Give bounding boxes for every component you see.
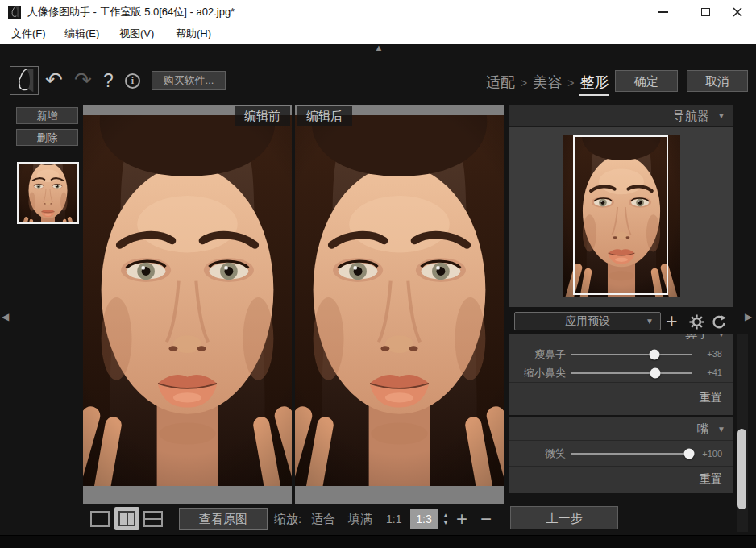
navigator-panel xyxy=(509,127,733,307)
collapse-toolbar-button[interactable]: ▲ xyxy=(367,43,391,52)
smile-slider-row: 微笑 +100 xyxy=(509,440,733,466)
zoom-fit-button[interactable]: 适合 xyxy=(311,510,335,528)
panel-scrollbar-thumb[interactable] xyxy=(737,429,746,509)
mouth-section-header[interactable]: 嘴 ▼ xyxy=(509,417,733,440)
zoom-in-button[interactable]: + xyxy=(456,505,467,533)
split-horizontal-icon xyxy=(145,518,161,520)
view-original-button[interactable]: 查看原图 xyxy=(179,508,268,530)
title-bar: 人像修图助手 - 工作室版 5.0[64位] - a02.jpg* xyxy=(0,0,756,24)
nose-collapse-icon: ▼ xyxy=(717,334,725,338)
breadcrumb: 适配 > 美容 > 整形 xyxy=(486,73,609,96)
app-window: 人像修图助手 - 工作室版 5.0[64位] - a02.jpg* 文件(F) … xyxy=(0,0,756,548)
panel-scrollbar[interactable] xyxy=(737,334,748,532)
navigator-view-rectangle[interactable] xyxy=(573,135,668,295)
breadcrumb-step-reshape-active[interactable]: 整形 xyxy=(579,73,609,96)
stepper-down-icon[interactable]: ▼ xyxy=(440,519,451,526)
breadcrumb-separator: > xyxy=(567,77,574,89)
info-button[interactable]: i xyxy=(125,73,140,89)
photo-list-thumbnail-selected[interactable] xyxy=(17,162,79,224)
window-title: 人像修图助手 - 工作室版 5.0[64位] - a02.jpg* xyxy=(27,0,235,24)
zoom-fill-button[interactable]: 填满 xyxy=(348,510,372,528)
menu-help[interactable]: 帮助(H) xyxy=(171,24,216,44)
preset-settings-button[interactable] xyxy=(687,313,705,330)
menu-view[interactable]: 视图(V) xyxy=(114,24,159,44)
before-image-pane[interactable]: 编辑前 xyxy=(83,105,292,504)
add-preset-button[interactable]: + xyxy=(666,309,678,332)
smile-slider[interactable] xyxy=(571,453,692,455)
zoom-ratio-current[interactable]: 1:3 xyxy=(410,509,438,529)
close-button[interactable] xyxy=(719,0,756,24)
nose-section-header[interactable]: 鼻子 ▼ xyxy=(509,334,733,345)
navigator-header[interactable]: 导航器 ▼ xyxy=(509,105,733,127)
breadcrumb-step-fit[interactable]: 适配 xyxy=(486,73,515,92)
split-vertical-icon xyxy=(118,511,135,526)
maximize-icon xyxy=(701,8,710,16)
previous-step-button[interactable]: 上一步 xyxy=(510,506,618,529)
slim-nose-value: +38 xyxy=(685,345,722,363)
mouth-section-title: 嘴 xyxy=(697,417,709,440)
gear-icon xyxy=(689,314,704,330)
shrink-nosetip-slider[interactable] xyxy=(571,372,692,374)
slim-nose-slider-row: 瘦鼻子 +38 xyxy=(509,345,733,363)
nose-section-title: 鼻子 xyxy=(685,334,709,342)
slim-nose-slider[interactable] xyxy=(571,354,692,355)
smile-label: 微笑 xyxy=(509,441,566,467)
slim-nose-slider-knob[interactable] xyxy=(649,350,659,360)
reset-presets-button[interactable] xyxy=(710,313,728,330)
confirm-button[interactable]: 确定 xyxy=(615,70,678,92)
cancel-button[interactable]: 取消 xyxy=(687,70,748,92)
collapse-left-panel-button[interactable]: ◀ xyxy=(2,311,9,322)
smile-value: +100 xyxy=(685,441,722,467)
mouth-collapse-icon: ▼ xyxy=(717,425,725,434)
buy-software-button[interactable]: 购买软件... xyxy=(152,71,226,90)
viewmode-single-button[interactable] xyxy=(90,511,110,527)
shrink-nosetip-slider-row: 缩小鼻尖 +41 xyxy=(509,363,733,382)
after-label: 编辑后 xyxy=(297,106,352,126)
collapse-right-panel-button[interactable]: ▶ xyxy=(745,311,752,322)
breadcrumb-step-beauty[interactable]: 美容 xyxy=(533,73,562,92)
app-logo-icon xyxy=(8,6,21,19)
stepper-up-icon[interactable]: ▲ xyxy=(440,512,451,519)
shrink-nosetip-label: 缩小鼻尖 xyxy=(509,363,566,382)
redo-button[interactable]: ↷ xyxy=(74,69,92,90)
after-image-pane[interactable]: 编辑后 xyxy=(295,105,504,504)
shrink-nosetip-slider-knob[interactable] xyxy=(650,368,661,379)
help-button[interactable]: ? xyxy=(103,70,114,91)
before-portrait-image xyxy=(83,115,292,486)
undo-button[interactable]: ↶ xyxy=(45,69,63,90)
breadcrumb-separator: > xyxy=(521,77,527,89)
menu-bar: 文件(F) 编辑(E) 视图(V) 帮助(H) xyxy=(0,24,756,44)
app-logo xyxy=(10,66,39,95)
after-photo xyxy=(295,115,504,486)
viewmode-split-vertical-button-selected[interactable] xyxy=(114,507,139,530)
nose-adjustment-group: 鼻子 ▼ 瘦鼻子 +38 缩小鼻尖 +41 重置 xyxy=(509,334,733,415)
delete-photo-button[interactable]: 删除 xyxy=(16,129,78,146)
face-silhouette-icon xyxy=(10,67,38,94)
minimize-button[interactable] xyxy=(645,0,682,24)
shrink-nosetip-value: +41 xyxy=(685,363,722,382)
navigator-collapse-icon: ▼ xyxy=(717,105,725,127)
menu-file[interactable]: 文件(F) xyxy=(6,24,51,44)
before-photo xyxy=(83,115,292,486)
nose-reset-row: 重置 xyxy=(509,382,733,415)
mouth-reset-link[interactable]: 重置 xyxy=(700,472,722,487)
add-photo-button[interactable]: 新增 xyxy=(16,107,78,124)
zoom-1to1-button[interactable]: 1:1 xyxy=(386,510,401,528)
mouth-reset-row: 重置 xyxy=(509,466,733,493)
preset-dropdown-icon: ▼ xyxy=(646,313,654,330)
viewmode-split-horizontal-button[interactable] xyxy=(143,511,163,527)
window-footer xyxy=(0,535,756,548)
zoom-label: 缩放: xyxy=(274,510,301,528)
mouth-adjustment-group: 嘴 ▼ 微笑 +100 重置 xyxy=(509,417,733,493)
navigator-preview[interactable] xyxy=(563,135,680,297)
zoom-out-button[interactable]: − xyxy=(480,505,492,533)
close-icon xyxy=(733,7,742,17)
zoom-ratio-stepper[interactable]: ▲ ▼ xyxy=(440,509,451,529)
apply-preset-dropdown[interactable]: 应用预设 ▼ xyxy=(514,312,661,330)
minimize-icon xyxy=(658,11,668,13)
apply-preset-label: 应用预设 xyxy=(565,314,610,327)
refresh-icon xyxy=(712,314,727,330)
nose-reset-link[interactable]: 重置 xyxy=(700,391,722,405)
slim-nose-label: 瘦鼻子 xyxy=(509,345,566,363)
menu-edit[interactable]: 编辑(E) xyxy=(60,24,104,44)
